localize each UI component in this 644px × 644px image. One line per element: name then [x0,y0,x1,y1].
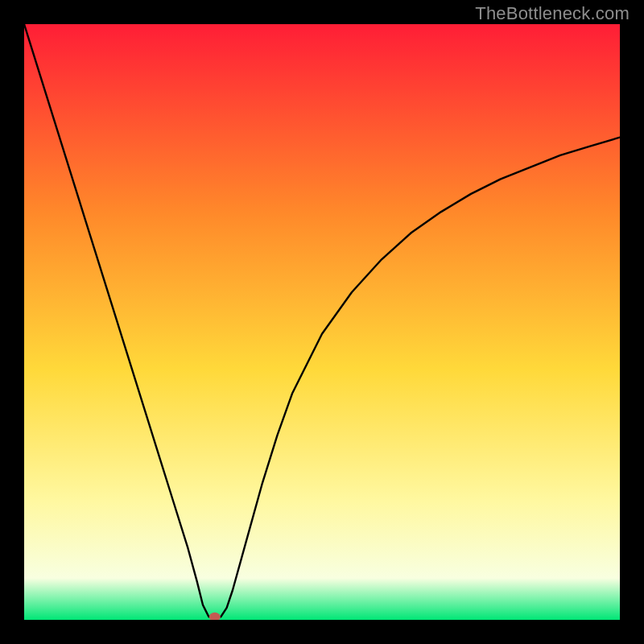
bottleneck-chart [24,24,620,620]
gradient-background [24,24,620,620]
chart-frame: TheBottleneck.com [0,0,644,644]
watermark-text: TheBottleneck.com [475,3,630,24]
